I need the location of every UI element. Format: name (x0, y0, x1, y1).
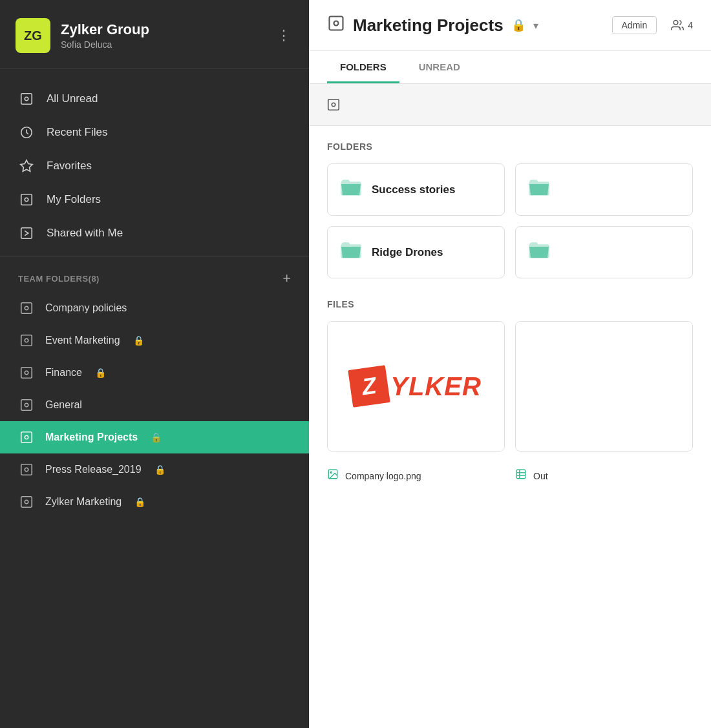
sidebar-item-shared-with-me[interactable]: Shared with Me (0, 216, 309, 250)
team-folder-icon (18, 397, 35, 413)
sidebar-item-favorites[interactable]: Favorites (0, 149, 309, 183)
svg-point-14 (25, 403, 28, 407)
svg-rect-17 (21, 464, 32, 475)
team-folder-icon (18, 364, 35, 381)
sidebar-item-label: Favorites (47, 160, 92, 172)
svg-rect-7 (21, 303, 32, 314)
svg-point-22 (334, 21, 339, 26)
svg-rect-6 (21, 228, 32, 239)
folder-card-icon (529, 241, 549, 264)
tab-folders[interactable]: FOLDERS (327, 51, 399, 83)
svg-rect-13 (21, 400, 32, 411)
chevron-down-icon[interactable]: ▾ (533, 19, 538, 32)
workspace-info: Zylker Group Sofia Deluca (61, 21, 264, 50)
team-folder-icon (18, 461, 35, 478)
share-icon (18, 225, 35, 242)
sidebar-menu-dots[interactable]: ⋮ (274, 25, 293, 47)
folders-section-label: FOLDERS (327, 141, 693, 152)
tab-unread[interactable]: UNREAD (406, 51, 473, 83)
team-folder-label: Finance (45, 367, 82, 379)
file-preview-output (516, 322, 692, 451)
sidebar-item-label: My Folders (47, 193, 101, 206)
sidebar-item-press-release[interactable]: Press Release_2019 🔒 (0, 453, 309, 486)
folders-grid: Success stories Ridge Drones (327, 163, 693, 278)
members-icon (671, 19, 684, 32)
lock-icon: 🔒 (134, 497, 145, 507)
svg-rect-0 (21, 94, 32, 105)
file-name-output: Out (533, 471, 548, 481)
svg-rect-9 (21, 335, 32, 346)
svg-point-16 (25, 435, 28, 439)
sidebar-item-all-unread[interactable]: All Unread (0, 82, 309, 116)
svg-point-25 (332, 103, 335, 107)
sidebar: ZG Zylker Group Sofia Deluca ⋮ All Unrea… (0, 0, 309, 728)
folder-card-right-1[interactable] (515, 163, 693, 216)
files-grid: Z YLKER (327, 321, 693, 452)
sidebar-nav: All Unread Recent Files Favorites (0, 69, 309, 257)
folder-card-icon (341, 241, 361, 264)
svg-rect-11 (21, 368, 32, 379)
main-content: Marketing Projects 🔒 ▾ Admin 4 FOLDERS U… (309, 0, 711, 728)
toolbar-bar (309, 84, 711, 126)
ylker-text: YLKER (390, 372, 482, 401)
team-folder-icon (18, 300, 35, 317)
z-box: Z (348, 365, 390, 408)
folder-card-icon (341, 178, 361, 201)
team-folder-icon (18, 494, 35, 510)
sidebar-item-finance[interactable]: Finance 🔒 (0, 357, 309, 389)
team-folders-label: TEAM FOLDERS(8) (18, 274, 100, 284)
svg-point-1 (25, 97, 28, 101)
zylker-logo: Z YLKER (350, 368, 482, 405)
team-folder-label: Company policies (45, 302, 127, 314)
toolbar-folder-button[interactable] (322, 93, 345, 116)
inbox-icon (18, 90, 35, 107)
lock-icon: 🔒 (133, 335, 144, 346)
svg-point-8 (25, 306, 28, 310)
folder-card-name: Success stories (372, 183, 455, 196)
file-info-company-logo[interactable]: Company logo.png (327, 464, 505, 487)
sidebar-item-company-policies[interactable]: Company policies (0, 292, 309, 324)
team-folder-label: Event Marketing (45, 335, 120, 346)
folder-card-name: Ridge Drones (372, 246, 443, 259)
svg-point-27 (330, 472, 332, 473)
page-title: Marketing Projects (353, 16, 504, 36)
folder-card-ridge-drones[interactable]: Ridge Drones (327, 226, 505, 278)
sidebar-item-label: Recent Files (47, 126, 107, 139)
header-lock-icon: 🔒 (511, 18, 525, 32)
workspace-user: Sofia Deluca (61, 39, 264, 50)
svg-marker-3 (21, 160, 32, 171)
file-info-output[interactable]: Out (515, 464, 693, 487)
lock-icon: 🔒 (151, 432, 162, 442)
sidebar-item-zylker-marketing[interactable]: Zylker Marketing 🔒 (0, 486, 309, 518)
members-info: 4 (671, 19, 693, 32)
files-section-label: FILES (327, 299, 693, 309)
svg-rect-19 (21, 497, 32, 508)
folder-card-success-stories[interactable]: Success stories (327, 163, 505, 216)
svg-point-20 (25, 500, 28, 504)
folder-card-right-2[interactable] (515, 226, 693, 278)
sidebar-item-label: All Unread (47, 92, 98, 105)
team-folder-label: Press Release_2019 (45, 464, 142, 475)
workspace-avatar: ZG (16, 18, 50, 53)
spreadsheet-file-icon (515, 468, 527, 483)
sidebar-item-general[interactable]: General (0, 389, 309, 421)
sidebar-item-event-marketing[interactable]: Event Marketing 🔒 (0, 324, 309, 357)
workspace-name: Zylker Group (61, 21, 264, 38)
sidebar-item-my-folders[interactable]: My Folders (0, 183, 309, 216)
content-area: FOLDERS Success stories (309, 126, 711, 728)
star-icon (18, 158, 35, 174)
team-folder-label: Zylker Marketing (45, 496, 122, 508)
svg-rect-24 (328, 99, 339, 110)
file-card-company-logo[interactable]: Z YLKER (327, 321, 505, 452)
sidebar-item-marketing-projects[interactable]: Marketing Projects 🔒 (0, 421, 309, 453)
svg-point-23 (674, 21, 678, 25)
svg-point-12 (25, 371, 28, 375)
file-card-output[interactable] (515, 321, 693, 452)
svg-rect-28 (516, 470, 525, 479)
sidebar-item-label: Shared with Me (47, 227, 123, 240)
main-header: Marketing Projects 🔒 ▾ Admin 4 (309, 0, 711, 51)
image-file-icon (327, 468, 339, 483)
sidebar-item-recent-files[interactable]: Recent Files (0, 116, 309, 149)
add-team-folder-button[interactable]: + (282, 271, 291, 286)
admin-badge[interactable]: Admin (612, 16, 657, 34)
